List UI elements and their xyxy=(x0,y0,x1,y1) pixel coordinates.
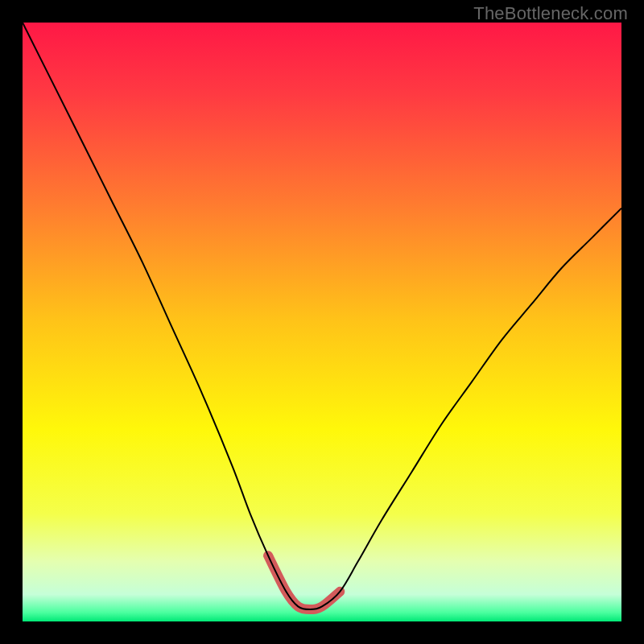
bottleneck-curve xyxy=(23,23,621,609)
watermark-text: TheBottleneck.com xyxy=(473,3,628,24)
chart-frame: TheBottleneck.com xyxy=(0,0,644,644)
curve-svg xyxy=(23,23,621,621)
plot-area xyxy=(23,23,621,621)
